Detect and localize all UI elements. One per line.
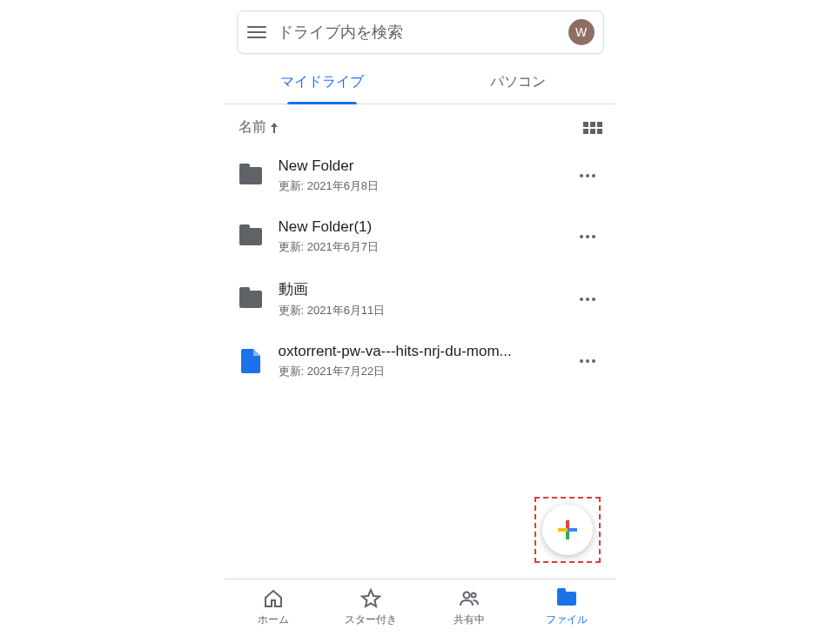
nav-shared[interactable]: 共有中 [420,579,519,636]
nav-starred[interactable]: スター付き [322,579,420,636]
file-name: New Folder(1) [279,218,557,236]
sort-button[interactable]: 名前 [239,118,279,137]
list-item[interactable]: New Folder 更新: 2021年6月8日 [225,145,616,206]
search-bar[interactable]: ドライブ内を検索 W [237,10,604,54]
nav-label: ホーム [258,613,289,627]
file-name: oxtorrent-pw-va---hits-nrj-du-mom... [279,343,557,360]
svg-point-1 [471,593,475,598]
doc-icon [239,349,263,373]
arrow-up-icon [270,122,279,134]
bottom-nav: ホーム スター付き 共有中 ファイル [225,579,616,636]
folder-icon [239,224,263,249]
tab-label: マイドライブ [280,74,364,89]
new-button[interactable] [542,505,593,555]
grid-view-icon[interactable] [583,122,602,134]
more-icon[interactable] [573,352,602,370]
avatar[interactable]: W [568,19,595,45]
sort-label-text: 名前 [239,118,266,137]
more-icon[interactable] [573,167,602,184]
tab-computers[interactable]: パソコン [420,61,616,104]
list-item[interactable]: New Folder(1) 更新: 2021年6月7日 [225,206,616,267]
svg-point-0 [463,592,469,599]
home-icon [263,588,284,609]
files-icon [556,588,577,609]
shared-icon [459,588,480,609]
nav-files[interactable]: ファイル [518,579,616,636]
folder-icon [239,287,263,311]
plus-icon [558,520,577,539]
file-meta: 更新: 2021年6月7日 [279,239,557,255]
file-list: New Folder 更新: 2021年6月8日 New Folder(1) 更… [225,145,616,392]
file-info: 動画 更新: 2021年6月11日 [279,279,557,318]
file-meta: 更新: 2021年7月22日 [279,364,557,379]
avatar-initial: W [575,25,587,39]
star-icon [360,588,381,609]
more-icon[interactable] [573,291,602,308]
tab-label: パソコン [490,74,546,89]
list-item[interactable]: oxtorrent-pw-va---hits-nrj-du-mom... 更新:… [225,331,616,392]
more-icon[interactable] [573,228,602,245]
folder-icon [239,164,263,188]
menu-icon[interactable] [246,22,267,43]
search-input-placeholder[interactable]: ドライブ内を検索 [278,22,568,43]
file-name: 動画 [279,279,557,299]
nav-label: 共有中 [454,613,485,627]
list-item[interactable]: 動画 更新: 2021年6月11日 [225,267,616,331]
nav-label: スター付き [345,613,397,627]
sort-row: 名前 [225,104,616,145]
fab-highlight-box [534,497,601,563]
file-info: New Folder 更新: 2021年6月8日 [279,157,557,194]
tab-my-drive[interactable]: マイドライブ [225,61,420,104]
tabs: マイドライブ パソコン [225,61,616,104]
nav-home[interactable]: ホーム [225,579,323,636]
file-meta: 更新: 2021年6月11日 [279,303,557,318]
file-name: New Folder [279,157,557,175]
file-info: oxtorrent-pw-va---hits-nrj-du-mom... 更新:… [279,343,557,379]
nav-label: ファイル [546,613,588,627]
app-container: ドライブ内を検索 W マイドライブ パソコン 名前 [225,0,616,636]
file-meta: 更新: 2021年6月8日 [279,178,557,194]
file-info: New Folder(1) 更新: 2021年6月7日 [279,218,557,255]
